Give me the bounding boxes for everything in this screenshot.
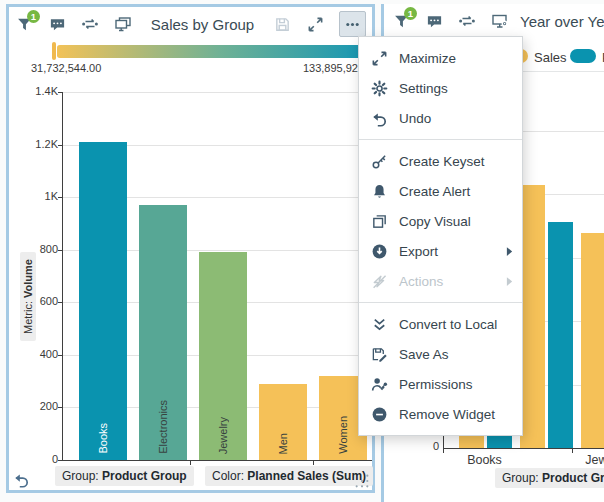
filter-icon[interactable]: 1 bbox=[15, 15, 33, 33]
bar-electronics-planned-sales[interactable] bbox=[548, 222, 573, 448]
save-as-icon bbox=[370, 345, 388, 363]
export-icon bbox=[370, 242, 388, 260]
y-axis-tick-mark bbox=[58, 355, 62, 356]
x-axis-tick-mark bbox=[572, 449, 573, 453]
bar-jewelry-sales[interactable] bbox=[581, 233, 604, 448]
widget-title: Sales by Group bbox=[134, 16, 271, 33]
undo-reset-icon[interactable] bbox=[10, 468, 32, 490]
color-field-pill[interactable]: Color: Planned Sales (Sum) bbox=[205, 466, 373, 486]
y-axis-tick-label: 1K bbox=[45, 190, 58, 202]
bar-label: Jewelry bbox=[217, 417, 229, 454]
bar-label-wrap: Men bbox=[259, 384, 307, 454]
group-field-pill[interactable]: Group: Product Group bbox=[495, 468, 604, 488]
filter-count-badge: 1 bbox=[27, 10, 40, 23]
menu-item-undo[interactable]: Undo bbox=[359, 103, 522, 133]
filter-icon[interactable]: 1 bbox=[392, 12, 410, 30]
x-axis-tick-mark bbox=[190, 461, 191, 465]
menu-item-label: Remove Widget bbox=[399, 407, 513, 422]
save-icon[interactable] bbox=[273, 15, 291, 33]
menu-separator bbox=[359, 302, 522, 303]
settings-gear-icon bbox=[370, 79, 388, 97]
y-axis-tick-label: 400 bbox=[40, 348, 58, 360]
y-axis-tick-mark bbox=[58, 302, 62, 303]
pin-visual-icon[interactable] bbox=[491, 12, 509, 30]
menu-item-label: Export bbox=[399, 244, 495, 259]
menu-item-create-alert[interactable]: Create Alert bbox=[359, 176, 522, 206]
y-axis-tick-mark bbox=[58, 145, 62, 146]
color-scale-min-label: 31,732,544.00 bbox=[31, 62, 101, 74]
menu-item-label: Create Keyset bbox=[399, 154, 513, 169]
widget-header-left-icons: 1 bbox=[13, 15, 134, 33]
resize-grip-icon[interactable] bbox=[354, 473, 370, 489]
y-axis-title: Metric: Volume bbox=[20, 252, 36, 341]
permissions-icon bbox=[370, 375, 388, 393]
bar-label: Books bbox=[97, 423, 109, 454]
bar-label-wrap: Electronics bbox=[139, 205, 187, 454]
menu-item-maximize[interactable]: Maximize bbox=[359, 43, 522, 73]
x-axis-tick-label: Jewelry bbox=[572, 453, 604, 467]
context-menu: MaximizeSettingsUndoCreate KeysetCreate … bbox=[358, 36, 523, 436]
menu-item-export[interactable]: Export bbox=[359, 236, 522, 266]
maximize-icon bbox=[370, 49, 388, 67]
menu-item-label: Create Alert bbox=[399, 184, 513, 199]
menu-item-copy-visual[interactable]: Copy Visual bbox=[359, 206, 522, 236]
y-axis-tick-label: 0 bbox=[52, 453, 58, 465]
undo-icon bbox=[370, 109, 388, 127]
y-axis-tick-mark bbox=[58, 407, 62, 408]
convert-to-local-icon bbox=[370, 315, 388, 333]
y-axis-tick-mark bbox=[58, 92, 62, 93]
group-field-pill[interactable]: Group: Product Group bbox=[55, 466, 194, 486]
bar-label: Electronics bbox=[157, 400, 169, 454]
menu-item-create-keyset[interactable]: Create Keyset bbox=[359, 146, 522, 176]
menu-item-label: Settings bbox=[399, 81, 513, 96]
connections-icon[interactable] bbox=[81, 15, 99, 33]
legend-swatch-planned-sales[interactable] bbox=[570, 49, 596, 63]
y-axis-tick-label: 200 bbox=[40, 400, 58, 412]
y-axis-tick-mark bbox=[58, 250, 62, 251]
menu-item-save-as[interactable]: Save As bbox=[359, 339, 522, 369]
bell-icon bbox=[370, 182, 388, 200]
connections-icon[interactable] bbox=[458, 12, 476, 30]
y-axis-tick-label: 1.4K bbox=[35, 85, 58, 97]
y-axis-tick-label: 600 bbox=[40, 295, 58, 307]
bar-jewelry[interactable]: Jewelry bbox=[199, 252, 247, 460]
more-options-button[interactable] bbox=[339, 11, 366, 37]
menu-item-label: Maximize bbox=[399, 51, 513, 66]
actions-icon bbox=[370, 272, 388, 290]
x-axis-tick-mark bbox=[443, 449, 444, 453]
key-icon bbox=[370, 152, 388, 170]
menu-item-settings[interactable]: Settings bbox=[359, 73, 522, 103]
menu-separator bbox=[359, 139, 522, 140]
menu-item-label: Undo bbox=[399, 111, 513, 126]
color-scale-handle[interactable] bbox=[52, 42, 56, 60]
duplicate-visual-icon[interactable] bbox=[114, 15, 132, 33]
menu-item-permissions[interactable]: Permissions bbox=[359, 369, 522, 399]
menu-item-label: Actions bbox=[399, 274, 495, 289]
bar-label-wrap: Jewelry bbox=[199, 252, 247, 454]
bar-men[interactable]: Men bbox=[259, 384, 307, 460]
maximize-icon[interactable] bbox=[306, 15, 324, 33]
x-axis-tick-label: Books bbox=[450, 453, 520, 467]
widget-header-right-icons bbox=[271, 11, 368, 37]
widget-header-left-icons: 1 bbox=[390, 12, 511, 30]
menu-item-remove-widget[interactable]: Remove Widget bbox=[359, 399, 522, 429]
bar-label: Men bbox=[277, 433, 289, 454]
comments-icon[interactable] bbox=[48, 15, 66, 33]
bar-electronics-sales[interactable] bbox=[520, 185, 545, 448]
bar-label: Women bbox=[337, 416, 349, 454]
y-axis-tick-mark bbox=[58, 197, 62, 198]
bar-chart-plot-area: BooksElectronicsJewelryMenWomen bbox=[62, 92, 372, 461]
color-scale-max-label: 133,895,92 bbox=[303, 62, 358, 74]
widget-title: Year over Year bbox=[520, 13, 604, 30]
y-axis-tick-label: 800 bbox=[40, 243, 58, 255]
bar-books[interactable]: Books bbox=[79, 142, 127, 460]
bar-electronics[interactable]: Electronics bbox=[139, 205, 187, 460]
widget-sales-by-group: 1 Sales by Group 31,732,544.00 133,895,9… bbox=[6, 4, 375, 493]
submenu-caret-icon bbox=[506, 247, 513, 256]
comments-icon[interactable] bbox=[425, 12, 443, 30]
menu-item-actions: Actions bbox=[359, 266, 522, 296]
menu-item-convert-to-local[interactable]: Convert to Local bbox=[359, 309, 522, 339]
widget-header: 1 Sales by Group bbox=[9, 7, 372, 39]
menu-item-label: Convert to Local bbox=[399, 317, 513, 332]
filter-count-badge: 1 bbox=[404, 7, 417, 20]
